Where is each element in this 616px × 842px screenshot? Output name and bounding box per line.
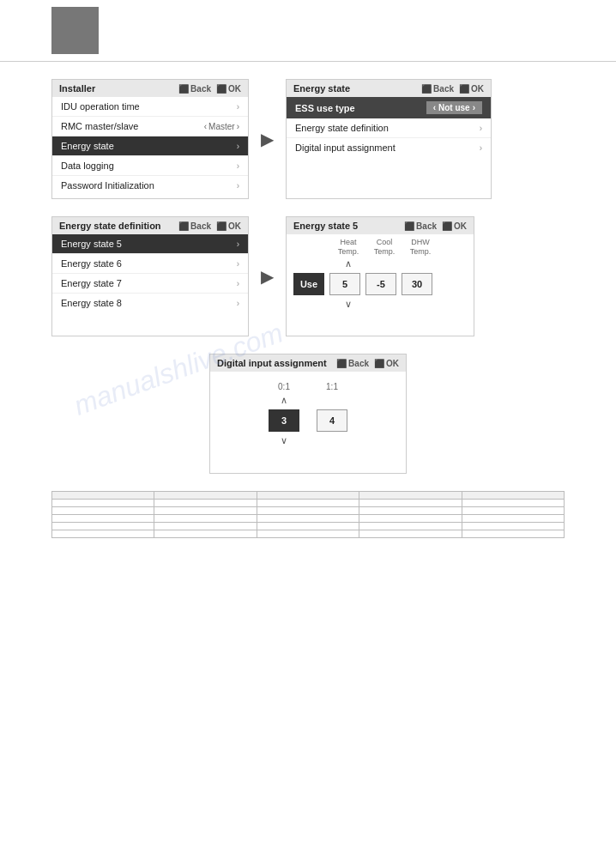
table-cell — [359, 523, 462, 530]
installer-item-data[interactable]: Data logging › — [52, 156, 248, 176]
table-cell — [257, 515, 359, 523]
dhw-val-btn[interactable]: 30 — [402, 273, 432, 295]
digital-val-4-btn[interactable]: 4 — [317, 409, 347, 432]
col-11-label: 1:1 — [317, 382, 347, 391]
table-row — [52, 515, 565, 523]
state5-values-row: Use 5 -5 30 — [287, 271, 474, 297]
energy-state-6-item[interactable]: Energy state 6 › — [52, 254, 248, 274]
dhw-temp-label: DHWTemp. — [405, 238, 436, 257]
table-cell — [154, 500, 257, 507]
state5-up-arrows: ∧ — [287, 257, 474, 271]
energy-state-panel: Energy state ⬛ Back ⬛ OK ESS use type ‹ — [286, 79, 492, 199]
table-row-header — [52, 492, 565, 500]
installer-item-rmc[interactable]: RMC master/slave ‹ Master › — [52, 117, 248, 136]
heat-down-arrow[interactable]: ∨ — [333, 299, 364, 310]
cool-val-btn[interactable]: -5 — [365, 273, 396, 295]
installer-item-energy[interactable]: Energy state › — [52, 136, 248, 156]
col-01-label: 0:1 — [269, 382, 299, 391]
digital-input-panel: Digital input assignment ⬛ Back ⬛ OK 0:1 — [209, 354, 407, 474]
digital-ok-action[interactable]: ⬛ OK — [374, 359, 399, 368]
first-panels-row: Installer ⬛ Back ⬛ OK IDU operation time… — [51, 79, 565, 199]
digital-down-arrows: ∨ — [224, 433, 392, 448]
table-cell — [359, 492, 462, 500]
table-cell — [359, 507, 462, 515]
energy-ok-action[interactable]: ⬛ OK — [459, 84, 484, 94]
table-cell — [462, 530, 564, 538]
installer-panel-header: Installer ⬛ Back ⬛ OK — [52, 80, 248, 97]
energy-state-def-panel: Energy state definition ⬛ Back ⬛ OK Ener… — [51, 216, 249, 336]
chevron-left-ess: ‹ — [433, 103, 436, 112]
installer-item-idu[interactable]: IDU operation time › — [52, 97, 248, 117]
energy-state-panel-header: Energy state ⬛ Back ⬛ OK — [287, 80, 491, 97]
table-cell — [359, 530, 462, 538]
energy-state-5-item[interactable]: Energy state 5 › — [52, 234, 248, 254]
installer-header-actions: ⬛ Back ⬛ OK — [178, 84, 241, 94]
chevron-left-rmc: ‹ — [204, 122, 207, 131]
energy-state-header-actions: ⬛ Back ⬛ OK — [421, 84, 484, 94]
col01-up-arrow[interactable]: ∧ — [269, 395, 299, 406]
installer-back-action[interactable]: ⬛ Back — [178, 84, 211, 94]
chevron-state8: › — [237, 299, 239, 308]
cool-temp-label: CoolTemp. — [369, 238, 400, 257]
table-cell — [52, 500, 154, 507]
chevron-right-ess: › — [473, 103, 475, 112]
energy-back-action[interactable]: ⬛ Back — [421, 84, 454, 94]
digital-input-item[interactable]: Digital input assignment › — [287, 138, 491, 157]
energy-state-8-item[interactable]: Energy state 8 › — [52, 294, 248, 312]
table-cell — [52, 523, 154, 530]
table-cell — [257, 492, 359, 500]
arrow-right-1: ▶ — [261, 129, 274, 149]
back-icon-digital: ⬛ — [336, 359, 347, 368]
energy-state5-panel: Energy state 5 ⬛ Back ⬛ OK HeatTemp. Coo… — [286, 216, 474, 336]
digital-val-3-btn[interactable]: 3 — [269, 409, 299, 432]
top-bar — [0, 0, 616, 62]
ess-use-type-row[interactable]: ESS use type ‹ Not use › — [287, 97, 491, 118]
use-btn[interactable]: Use — [293, 273, 324, 295]
installer-panel: Installer ⬛ Back ⬛ OK IDU operation time… — [51, 79, 249, 199]
table-cell — [257, 507, 359, 515]
ess-use-type-label: ESS use type — [295, 103, 355, 113]
back-icon-def: ⬛ — [178, 221, 189, 231]
energy-state5-header: Energy state 5 ⬛ Back ⬛ OK — [287, 217, 474, 234]
energy-state-7-item[interactable]: Energy state 7 › — [52, 274, 248, 294]
energy-state5-back-action[interactable]: ⬛ Back — [404, 221, 437, 231]
digital-input-header: Digital input assignment ⬛ Back ⬛ OK — [210, 354, 406, 372]
chevron-right-rmc: › — [237, 122, 239, 131]
table-cell — [257, 530, 359, 538]
table-row — [52, 523, 565, 530]
back-icon-installer: ⬛ — [178, 84, 189, 94]
ok-icon-def: ⬛ — [216, 221, 226, 231]
energy-def-ok-action[interactable]: ⬛ OK — [216, 221, 241, 231]
arrow-right-2: ▶ — [261, 266, 274, 287]
installer-item-password[interactable]: Password Initialization › — [52, 176, 248, 195]
back-icon-state5: ⬛ — [404, 221, 414, 231]
table-cell — [462, 523, 564, 530]
digital-input-title: Digital input assignment — [217, 358, 327, 368]
installer-ok-action[interactable]: ⬛ OK — [216, 84, 241, 94]
table-cell — [462, 515, 564, 523]
table-cell — [359, 515, 462, 523]
ok-icon-digital: ⬛ — [374, 359, 384, 368]
chevron-idu: › — [237, 102, 239, 112]
third-panels-row: Digital input assignment ⬛ Back ⬛ OK 0:1 — [51, 354, 565, 474]
chevron-digital: › — [480, 143, 482, 153]
digital-content: 0:1 1:1 ∧ 3 4 ∨ — [210, 372, 406, 455]
table-cell — [154, 492, 257, 500]
energy-state5-ok-action[interactable]: ⬛ OK — [442, 221, 467, 231]
chevron-state5: › — [237, 239, 239, 249]
table-cell — [154, 530, 257, 538]
col01-down-arrow[interactable]: ∨ — [269, 435, 299, 446]
heat-up-arrow[interactable]: ∧ — [333, 258, 364, 270]
heat-temp-label: HeatTemp. — [333, 238, 364, 257]
table-cell — [154, 523, 257, 530]
logo-box — [51, 7, 99, 54]
energy-state-def-item[interactable]: Energy state definition › — [287, 118, 491, 138]
table-row — [52, 507, 565, 515]
digital-back-action[interactable]: ⬛ Back — [336, 359, 369, 368]
digital-header-actions: ⬛ Back ⬛ OK — [336, 359, 399, 368]
energy-state-def-header: Energy state definition ⬛ Back ⬛ OK — [52, 217, 248, 234]
energy-def-back-action[interactable]: ⬛ Back — [178, 221, 211, 231]
table-cell — [257, 500, 359, 507]
heat-val-btn[interactable]: 5 — [329, 273, 360, 295]
table-cell — [52, 515, 154, 523]
